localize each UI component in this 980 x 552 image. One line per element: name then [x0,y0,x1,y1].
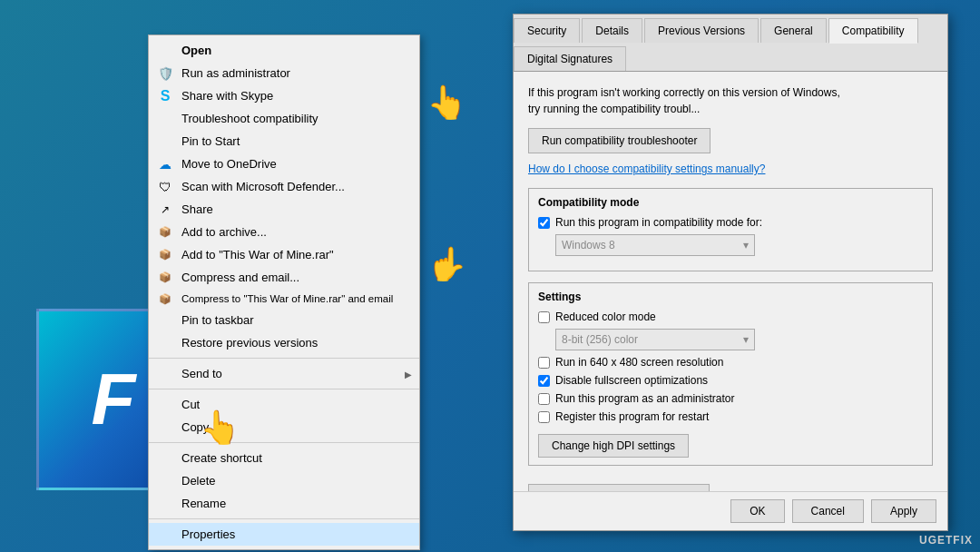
ctx-send-to-label: Send to [181,367,222,380]
ctx-cut[interactable]: Cut [149,393,419,416]
defender-icon: 🛡 [156,178,174,196]
ctx-copy[interactable]: Copy [149,416,419,439]
ok-button[interactable]: OK [730,499,784,523]
ctx-share-skype-label: Share with Skype [181,89,273,103]
run-admin-row: Run this program as an administrator [538,392,923,405]
ctx-pin-taskbar-label: Pin to taskbar [181,313,254,327]
tab-digital-signatures[interactable]: Digital Signatures [514,46,626,71]
run-admin-label: Run this program as an administrator [555,392,734,405]
ctx-move-onedrive[interactable]: ☁ Move to OneDrive [149,153,419,175]
settings-group: Settings Reduced color mode 8-bit (256) … [528,282,933,466]
ctx-add-thiswar-label: Add to "This War of Mine.rar" [181,248,334,261]
ctx-add-archive[interactable]: 📦 Add to archive... [149,221,419,243]
watermark: UGETFIX [919,534,973,547]
ctx-properties[interactable]: Properties [149,523,419,546]
ctx-send-to[interactable]: Send to [149,362,419,385]
ctx-compress-thiswar[interactable]: 📦 Compress to "This War of Mine.rar" and… [149,289,419,309]
ctx-copy-label: Copy [181,420,209,434]
ctx-scan-defender[interactable]: 🛡 Scan with Microsoft Defender... [149,175,419,198]
shield-icon: 🛡️ [156,64,174,83]
ctx-pin-start-label: Pin to Start [181,134,240,148]
archive-icon-1: 📦 [156,223,174,242]
dialog-body: If this program isn't working correctly … [514,72,947,527]
run-compat-mode-checkbox[interactable] [538,217,550,229]
properties-dialog: Security Details Previous Versions Gener… [513,14,948,531]
ctx-create-shortcut-label: Create shortcut [181,451,262,465]
ctx-pin-start[interactable]: Pin to Start [149,130,419,153]
ctx-share[interactable]: ↗ Share [149,198,419,221]
change-dpi-button[interactable]: Change high DPI settings [538,434,689,458]
ctx-delete[interactable]: Delete [149,469,419,492]
compat-mode-title: Compatibility mode [538,196,923,209]
skype-icon: S [156,87,174,105]
apply-button[interactable]: Apply [871,499,936,523]
register-restart-row: Register this program for restart [538,410,923,423]
ctx-rename[interactable]: Rename [149,492,419,515]
compatibility-mode-group: Compatibility mode Run this program in c… [528,188,933,271]
tab-security[interactable]: Security [514,18,580,43]
disable-fullscreen-row: Disable fullscreen optimizations [538,374,923,387]
ctx-restore-versions[interactable]: Restore previous versions [149,331,419,354]
reduced-color-row: Reduced color mode [538,310,923,323]
ctx-move-onedrive-label: Move to OneDrive [181,157,277,171]
ctx-compress-thiswar-label: Compress to "This War of Mine.rar" and e… [181,293,393,304]
run-compat-btn-label: Run compatibility troubleshooter [542,134,697,147]
reduced-color-label: Reduced color mode [555,310,656,323]
ctx-restore-versions-label: Restore previous versions [181,336,318,350]
run-admin-checkbox[interactable] [538,393,550,405]
ctx-troubleshoot[interactable]: Troubleshoot compatibility [149,107,419,130]
dialog-tabs: Security Details Previous Versions Gener… [514,15,947,72]
tab-details[interactable]: Details [582,18,642,43]
ctx-run-admin-label: Run as administrator [181,66,290,80]
dropdown-arrow-icon: ▾ [743,239,749,251]
ctx-cut-label: Cut [181,398,200,411]
ctx-delete-label: Delete [181,474,216,488]
register-restart-label: Register this program for restart [555,410,709,423]
tab-compatibility[interactable]: Compatibility [828,18,918,44]
windows-version-dropdown[interactable]: Windows 8 ▾ [555,234,755,256]
dialog-footer: OK Cancel Apply [514,491,947,530]
ctx-share-skype[interactable]: S Share with Skype [149,84,419,107]
ctx-open-label: Open [181,44,211,57]
tab-previous-versions[interactable]: Previous Versions [644,18,759,43]
run-640-label: Run in 640 x 480 screen resolution [555,356,723,369]
ctx-compress-email[interactable]: 📦 Compress and email... [149,266,419,289]
onedrive-icon: ☁ [156,155,174,173]
ctx-add-archive-label: Add to archive... [181,225,267,239]
run-640-checkbox[interactable] [538,357,550,369]
ctx-share-label: Share [181,202,213,216]
ctx-add-thiswar[interactable]: 📦 Add to "This War of Mine.rar" [149,243,419,266]
archive-icon-4: 📦 [156,290,174,308]
ctx-troubleshoot-label: Troubleshoot compatibility [181,112,318,125]
cancel-button[interactable]: Cancel [792,499,864,523]
ctx-scan-defender-label: Scan with Microsoft Defender... [181,180,345,193]
run-640-row: Run in 640 x 480 screen resolution [538,356,923,369]
color-depth-dropdown[interactable]: 8-bit (256) color ▾ [555,329,755,350]
compat-description: If this program isn't working correctly … [528,84,933,117]
how-choose-link[interactable]: How do I choose compatibility settings m… [528,163,933,175]
ctx-compress-email-label: Compress and email... [181,271,299,284]
run-compat-mode-row: Run this program in compatibility mode f… [538,216,923,229]
reduced-color-checkbox[interactable] [538,311,550,323]
archive-icon-3: 📦 [156,269,174,287]
ctx-run-admin[interactable]: 🛡️ Run as administrator [149,62,419,84]
run-compatibility-troubleshooter-button[interactable]: Run compatibility troubleshooter [528,128,710,153]
ctx-open[interactable]: Open [149,39,419,62]
register-restart-checkbox[interactable] [538,411,550,423]
tab-general[interactable]: General [760,18,827,43]
run-compat-mode-label: Run this program in compatibility mode f… [555,216,762,229]
ctx-pin-taskbar[interactable]: Pin to taskbar [149,309,419,331]
ctx-create-shortcut[interactable]: Create shortcut [149,447,419,469]
share-icon: ↗ [156,201,174,219]
settings-title: Settings [538,291,923,303]
context-menu: Open 🛡️ Run as administrator S Share wit… [148,34,420,550]
color-dropdown-arrow-icon: ▾ [743,333,749,346]
ctx-properties-label: Properties [181,527,235,541]
disable-fullscreen-checkbox[interactable] [538,375,550,387]
disable-fullscreen-label: Disable fullscreen optimizations [555,374,708,387]
change-dpi-label: Change high DPI settings [552,439,675,452]
archive-icon-2: 📦 [156,246,174,264]
ctx-rename-label: Rename [181,497,226,510]
